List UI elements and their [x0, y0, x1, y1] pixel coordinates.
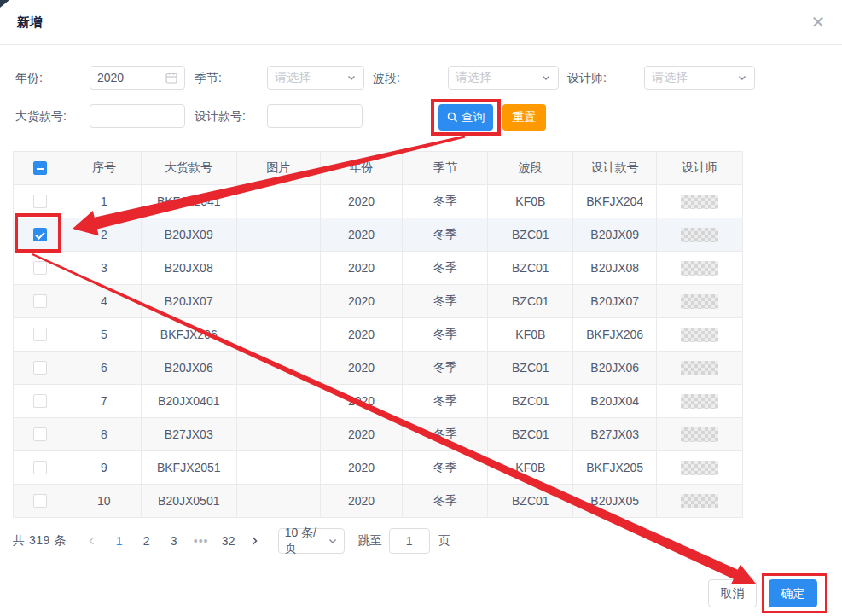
cell-season: 冬季 — [403, 318, 488, 352]
row-checkbox-cell[interactable] — [14, 352, 67, 385]
bulk-no-input[interactable] — [97, 109, 177, 123]
row-checkbox[interactable] — [33, 427, 47, 441]
redacted-designer-blur — [681, 228, 718, 242]
row-checkbox[interactable] — [33, 294, 47, 308]
jump-page-input[interactable] — [389, 528, 430, 554]
page-size-select[interactable]: 10 条/页 — [278, 528, 345, 554]
cell-season: 冬季 — [403, 285, 488, 318]
row-checkbox-cell[interactable] — [14, 318, 67, 352]
prev-page-icon[interactable] — [82, 528, 102, 554]
year-datepicker[interactable] — [90, 66, 185, 90]
row-checkbox-cell[interactable] — [14, 218, 67, 252]
table-row[interactable]: 4 B20JX07 2020 冬季 BZC01 B20JX07 — [14, 285, 742, 318]
close-icon[interactable]: ✕ — [806, 10, 830, 34]
design-no-field[interactable] — [267, 104, 363, 128]
cell-index: 10 — [67, 485, 142, 518]
cell-band: BZC01 — [488, 218, 573, 252]
cell-year: 2020 — [321, 352, 404, 385]
cell-designer — [657, 218, 742, 252]
year-label: 年份: — [15, 66, 43, 90]
row-checkbox[interactable] — [33, 361, 47, 375]
cell-season: 冬季 — [403, 418, 488, 451]
cell-image — [237, 451, 321, 485]
column-header: 波段 — [488, 152, 573, 185]
query-button[interactable]: 查询 — [438, 104, 493, 131]
pagination-bar: 共 319 条 123•••32 10 条/页 跳至 页 — [13, 527, 450, 555]
table-row[interactable]: 1 BKFJX2041 2020 冬季 KF0B BKFJX204 — [14, 185, 742, 218]
select-all-checkbox[interactable] — [33, 161, 47, 175]
row-checkbox-cell[interactable] — [14, 418, 67, 451]
cell-band: BZC01 — [488, 352, 573, 385]
redacted-designer-blur — [681, 494, 718, 508]
cell-image — [237, 285, 321, 318]
season-label: 季节: — [195, 66, 222, 90]
header-divider — [0, 44, 842, 45]
cancel-button[interactable]: 取消 — [708, 579, 757, 607]
design-no-input[interactable] — [275, 109, 355, 123]
row-checkbox-cell[interactable] — [14, 252, 67, 285]
cell-band: BZC01 — [488, 485, 573, 518]
table-row[interactable]: 6 B20JX06 2020 冬季 BZC01 B20JX06 — [14, 352, 742, 385]
table-header-row: 序号大货款号图片年份季节波段设计款号设计师 — [14, 152, 742, 185]
cell-bulk-no: B20JX0401 — [142, 385, 237, 418]
design-no-label: 设计款号: — [195, 104, 246, 128]
row-checkbox-cell[interactable] — [14, 285, 67, 318]
cell-index: 6 — [67, 352, 142, 385]
cell-design-no: B20JX05 — [573, 485, 657, 518]
row-checkbox[interactable] — [33, 228, 47, 241]
cell-bulk-no: BKFJX2041 — [142, 185, 237, 218]
row-checkbox-cell[interactable] — [14, 485, 67, 518]
column-header: 设计师 — [657, 152, 742, 185]
cell-index: 3 — [67, 252, 142, 285]
cell-index: 4 — [67, 285, 142, 318]
cell-image — [237, 485, 321, 518]
year-input[interactable] — [97, 71, 162, 84]
cell-design-no: B20JX07 — [573, 285, 657, 318]
table-row[interactable]: 2 B20JX09 2020 冬季 BZC01 B20JX09 — [14, 218, 742, 252]
row-checkbox-cell[interactable] — [14, 385, 67, 418]
dialog-title: 新增 — [17, 15, 43, 31]
cell-season: 冬季 — [403, 252, 488, 285]
row-checkbox[interactable] — [33, 494, 47, 508]
band-select[interactable]: 请选择 — [448, 66, 559, 90]
column-header: 设计款号 — [573, 152, 657, 185]
row-checkbox[interactable] — [33, 261, 47, 275]
table-row[interactable]: 8 B27JX03 2020 冬季 BZC01 B27JX03 — [14, 418, 742, 451]
cell-image — [237, 318, 321, 352]
cell-band: KF0B — [488, 185, 573, 218]
page-number[interactable]: 2 — [135, 528, 159, 554]
cell-designer — [657, 185, 742, 218]
page-number[interactable]: 1 — [107, 528, 131, 554]
cell-index: 9 — [67, 451, 142, 485]
season-select[interactable]: 请选择 — [267, 66, 364, 90]
cell-designer — [657, 385, 742, 418]
cell-year: 2020 — [321, 485, 404, 518]
confirm-button[interactable]: 确定 — [769, 579, 817, 607]
row-checkbox-cell[interactable] — [14, 451, 67, 485]
table-row[interactable]: 3 B20JX08 2020 冬季 BZC01 B20JX08 — [14, 252, 742, 285]
row-checkbox[interactable] — [33, 461, 47, 474]
table-row[interactable]: 7 B20JX0401 2020 冬季 BZC01 B20JX04 — [14, 385, 742, 418]
cell-designer — [657, 418, 742, 451]
reset-button[interactable]: 重置 — [502, 104, 546, 131]
table-row[interactable]: 10 B20JX0501 2020 冬季 BZC01 B20JX05 — [14, 485, 742, 518]
cell-image — [237, 218, 321, 252]
page-number[interactable]: 3 — [162, 528, 186, 554]
row-checkbox-cell[interactable] — [14, 185, 67, 218]
designer-select[interactable]: 请选择 — [644, 66, 755, 90]
cell-image — [237, 185, 321, 218]
row-checkbox[interactable] — [33, 328, 47, 341]
chevron-down-icon — [328, 536, 338, 546]
chevron-down-icon — [737, 73, 747, 83]
table-row[interactable]: 9 BKFJX2051 2020 冬季 KF0B BKFJX205 — [14, 451, 742, 485]
select-all-cell[interactable] — [14, 152, 67, 185]
redacted-designer-blur — [681, 294, 718, 309]
cell-designer — [657, 451, 742, 485]
table-row[interactable]: 5 BKFJX206 2020 冬季 KF0B BKFJX206 — [14, 318, 742, 352]
bulk-no-field[interactable] — [90, 104, 185, 128]
row-checkbox[interactable] — [33, 394, 47, 408]
row-checkbox[interactable] — [33, 195, 47, 208]
cell-band: BZC01 — [488, 418, 573, 451]
next-page-icon[interactable] — [244, 528, 264, 554]
page-number[interactable]: 32 — [217, 528, 241, 554]
